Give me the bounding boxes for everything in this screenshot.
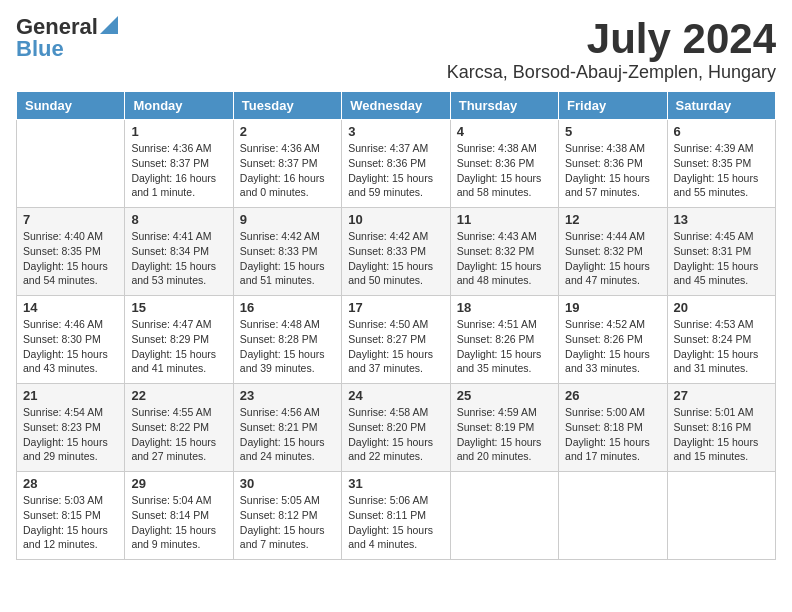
calendar-week-row: 14Sunrise: 4:46 AM Sunset: 8:30 PM Dayli… — [17, 296, 776, 384]
day-number: 9 — [240, 212, 335, 227]
calendar-cell: 23Sunrise: 4:56 AM Sunset: 8:21 PM Dayli… — [233, 384, 341, 472]
month-title: July 2024 — [447, 16, 776, 62]
day-number: 24 — [348, 388, 443, 403]
day-number: 1 — [131, 124, 226, 139]
calendar-cell: 16Sunrise: 4:48 AM Sunset: 8:28 PM Dayli… — [233, 296, 341, 384]
day-info: Sunrise: 4:45 AM Sunset: 8:31 PM Dayligh… — [674, 229, 769, 288]
day-info: Sunrise: 4:42 AM Sunset: 8:33 PM Dayligh… — [348, 229, 443, 288]
day-info: Sunrise: 4:50 AM Sunset: 8:27 PM Dayligh… — [348, 317, 443, 376]
day-header-friday: Friday — [559, 92, 667, 120]
day-number: 30 — [240, 476, 335, 491]
calendar-cell: 22Sunrise: 4:55 AM Sunset: 8:22 PM Dayli… — [125, 384, 233, 472]
day-info: Sunrise: 4:47 AM Sunset: 8:29 PM Dayligh… — [131, 317, 226, 376]
calendar-cell — [17, 120, 125, 208]
calendar-cell: 19Sunrise: 4:52 AM Sunset: 8:26 PM Dayli… — [559, 296, 667, 384]
day-info: Sunrise: 4:52 AM Sunset: 8:26 PM Dayligh… — [565, 317, 660, 376]
day-number: 25 — [457, 388, 552, 403]
calendar-cell: 20Sunrise: 4:53 AM Sunset: 8:24 PM Dayli… — [667, 296, 775, 384]
calendar-cell: 3Sunrise: 4:37 AM Sunset: 8:36 PM Daylig… — [342, 120, 450, 208]
day-number: 7 — [23, 212, 118, 227]
day-info: Sunrise: 5:04 AM Sunset: 8:14 PM Dayligh… — [131, 493, 226, 552]
calendar-header-row: SundayMondayTuesdayWednesdayThursdayFrid… — [17, 92, 776, 120]
day-info: Sunrise: 4:55 AM Sunset: 8:22 PM Dayligh… — [131, 405, 226, 464]
day-number: 10 — [348, 212, 443, 227]
day-info: Sunrise: 4:48 AM Sunset: 8:28 PM Dayligh… — [240, 317, 335, 376]
day-info: Sunrise: 4:39 AM Sunset: 8:35 PM Dayligh… — [674, 141, 769, 200]
day-info: Sunrise: 4:42 AM Sunset: 8:33 PM Dayligh… — [240, 229, 335, 288]
calendar-cell: 29Sunrise: 5:04 AM Sunset: 8:14 PM Dayli… — [125, 472, 233, 560]
day-info: Sunrise: 5:06 AM Sunset: 8:11 PM Dayligh… — [348, 493, 443, 552]
day-number: 23 — [240, 388, 335, 403]
calendar-cell — [559, 472, 667, 560]
day-header-saturday: Saturday — [667, 92, 775, 120]
day-info: Sunrise: 4:41 AM Sunset: 8:34 PM Dayligh… — [131, 229, 226, 288]
day-number: 4 — [457, 124, 552, 139]
calendar-cell: 7Sunrise: 4:40 AM Sunset: 8:35 PM Daylig… — [17, 208, 125, 296]
day-info: Sunrise: 5:05 AM Sunset: 8:12 PM Dayligh… — [240, 493, 335, 552]
logo-blue-text: Blue — [16, 36, 64, 61]
day-info: Sunrise: 4:36 AM Sunset: 8:37 PM Dayligh… — [131, 141, 226, 200]
day-info: Sunrise: 5:01 AM Sunset: 8:16 PM Dayligh… — [674, 405, 769, 464]
day-header-thursday: Thursday — [450, 92, 558, 120]
day-number: 17 — [348, 300, 443, 315]
day-number: 11 — [457, 212, 552, 227]
calendar-cell: 5Sunrise: 4:38 AM Sunset: 8:36 PM Daylig… — [559, 120, 667, 208]
calendar-cell: 24Sunrise: 4:58 AM Sunset: 8:20 PM Dayli… — [342, 384, 450, 472]
day-number: 12 — [565, 212, 660, 227]
day-info: Sunrise: 4:58 AM Sunset: 8:20 PM Dayligh… — [348, 405, 443, 464]
day-number: 28 — [23, 476, 118, 491]
calendar-week-row: 7Sunrise: 4:40 AM Sunset: 8:35 PM Daylig… — [17, 208, 776, 296]
logo-general-text: General — [16, 16, 98, 38]
calendar-cell: 26Sunrise: 5:00 AM Sunset: 8:18 PM Dayli… — [559, 384, 667, 472]
day-info: Sunrise: 4:38 AM Sunset: 8:36 PM Dayligh… — [457, 141, 552, 200]
calendar-week-row: 28Sunrise: 5:03 AM Sunset: 8:15 PM Dayli… — [17, 472, 776, 560]
svg-marker-0 — [100, 16, 118, 34]
day-number: 18 — [457, 300, 552, 315]
calendar-cell: 14Sunrise: 4:46 AM Sunset: 8:30 PM Dayli… — [17, 296, 125, 384]
calendar-cell: 28Sunrise: 5:03 AM Sunset: 8:15 PM Dayli… — [17, 472, 125, 560]
calendar-cell: 4Sunrise: 4:38 AM Sunset: 8:36 PM Daylig… — [450, 120, 558, 208]
page-header: General Blue July 2024 Karcsa, Borsod-Ab… — [16, 16, 776, 83]
calendar-cell: 9Sunrise: 4:42 AM Sunset: 8:33 PM Daylig… — [233, 208, 341, 296]
day-info: Sunrise: 5:03 AM Sunset: 8:15 PM Dayligh… — [23, 493, 118, 552]
calendar-cell: 21Sunrise: 4:54 AM Sunset: 8:23 PM Dayli… — [17, 384, 125, 472]
day-info: Sunrise: 4:37 AM Sunset: 8:36 PM Dayligh… — [348, 141, 443, 200]
calendar-cell: 31Sunrise: 5:06 AM Sunset: 8:11 PM Dayli… — [342, 472, 450, 560]
day-info: Sunrise: 4:56 AM Sunset: 8:21 PM Dayligh… — [240, 405, 335, 464]
calendar-cell: 10Sunrise: 4:42 AM Sunset: 8:33 PM Dayli… — [342, 208, 450, 296]
day-info: Sunrise: 4:59 AM Sunset: 8:19 PM Dayligh… — [457, 405, 552, 464]
calendar-cell: 8Sunrise: 4:41 AM Sunset: 8:34 PM Daylig… — [125, 208, 233, 296]
day-number: 16 — [240, 300, 335, 315]
calendar-cell: 17Sunrise: 4:50 AM Sunset: 8:27 PM Dayli… — [342, 296, 450, 384]
calendar-cell: 12Sunrise: 4:44 AM Sunset: 8:32 PM Dayli… — [559, 208, 667, 296]
day-number: 2 — [240, 124, 335, 139]
day-number: 13 — [674, 212, 769, 227]
day-info: Sunrise: 4:38 AM Sunset: 8:36 PM Dayligh… — [565, 141, 660, 200]
day-header-tuesday: Tuesday — [233, 92, 341, 120]
day-number: 31 — [348, 476, 443, 491]
day-info: Sunrise: 4:54 AM Sunset: 8:23 PM Dayligh… — [23, 405, 118, 464]
day-number: 26 — [565, 388, 660, 403]
day-header-wednesday: Wednesday — [342, 92, 450, 120]
day-info: Sunrise: 4:51 AM Sunset: 8:26 PM Dayligh… — [457, 317, 552, 376]
day-number: 3 — [348, 124, 443, 139]
calendar-cell: 25Sunrise: 4:59 AM Sunset: 8:19 PM Dayli… — [450, 384, 558, 472]
day-number: 5 — [565, 124, 660, 139]
day-info: Sunrise: 4:36 AM Sunset: 8:37 PM Dayligh… — [240, 141, 335, 200]
calendar-cell: 6Sunrise: 4:39 AM Sunset: 8:35 PM Daylig… — [667, 120, 775, 208]
day-number: 14 — [23, 300, 118, 315]
calendar-cell — [667, 472, 775, 560]
day-number: 27 — [674, 388, 769, 403]
location-title: Karcsa, Borsod-Abauj-Zemplen, Hungary — [447, 62, 776, 83]
day-number: 29 — [131, 476, 226, 491]
day-info: Sunrise: 4:43 AM Sunset: 8:32 PM Dayligh… — [457, 229, 552, 288]
day-number: 20 — [674, 300, 769, 315]
day-info: Sunrise: 4:46 AM Sunset: 8:30 PM Dayligh… — [23, 317, 118, 376]
day-number: 6 — [674, 124, 769, 139]
day-number: 21 — [23, 388, 118, 403]
calendar-week-row: 1Sunrise: 4:36 AM Sunset: 8:37 PM Daylig… — [17, 120, 776, 208]
calendar-cell: 18Sunrise: 4:51 AM Sunset: 8:26 PM Dayli… — [450, 296, 558, 384]
calendar-cell: 13Sunrise: 4:45 AM Sunset: 8:31 PM Dayli… — [667, 208, 775, 296]
day-info: Sunrise: 4:53 AM Sunset: 8:24 PM Dayligh… — [674, 317, 769, 376]
day-info: Sunrise: 4:40 AM Sunset: 8:35 PM Dayligh… — [23, 229, 118, 288]
